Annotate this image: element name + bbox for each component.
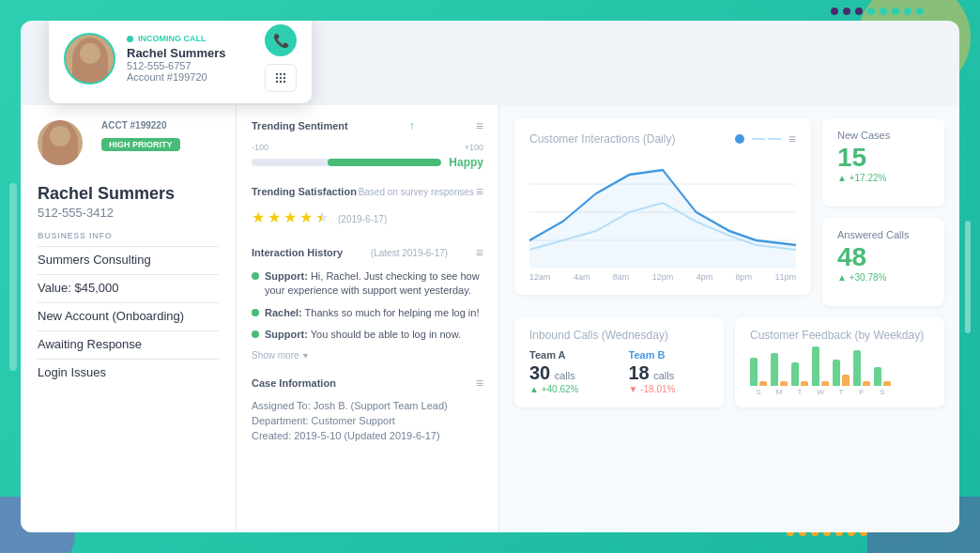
incoming-call-label: INCOMING CALL [127,34,253,43]
sentiment-bar-section: -100 +100 Happy [252,143,483,169]
svg-point-7 [280,81,282,83]
bar-orange-s1 [759,381,767,386]
svg-point-5 [283,77,285,79]
chart-menu[interactable]: ≡ [789,131,796,146]
bottom-row: Inbound Calls (Wednesday) Team A 30 call… [514,317,944,407]
team-b-col: Team B 18 calls ▼ -18.01% [629,349,710,394]
sentiment-bar [252,159,441,166]
team-b-calls-row: 18 calls [629,362,710,384]
svg-point-0 [276,73,278,75]
bar-orange-t1 [801,381,808,386]
sentiment-value: Happy [449,156,483,169]
case-section: Case Information ≡ Assigned To: Josh B. … [252,376,483,441]
legend-dash-2 [768,138,781,140]
chevron-down-icon: ▾ [303,350,308,361]
bar-group-s2 [874,367,891,386]
chart-header: Customer Interactions (Daily) ≡ [529,131,796,146]
divider-5 [38,359,219,360]
history-dot-3 [252,330,259,338]
svg-point-4 [280,77,282,79]
star-2: ★ [268,208,281,226]
team-a-calls-row: 30 calls [529,362,610,384]
decorative-dots-top [831,8,924,15]
feedback-bar-chart: S M [750,349,929,396]
bar-col-m: M [771,353,788,396]
bar-orange-t2 [842,375,850,386]
sentiment-section: Trending Sentiment ↑ ≡ -100 +100 Happy [252,118,483,169]
bar-label-s2: S [880,388,884,396]
label-11pm: 11pm [774,272,796,282]
bar-col-w: W [812,346,829,396]
bar-group-m [771,353,788,386]
bar-label-t1: T [798,388,803,396]
answered-calls-value: 48 [837,244,929,270]
new-cases-title: New Cases [837,130,929,141]
team-a-change: ▲ +40.62% [529,384,610,394]
label-4am: 4am [574,272,590,282]
answer-call-button[interactable]: 📞 [265,24,297,56]
history-item-1: Support: Hi, Rachel. Just checking to se… [252,269,483,299]
feedback-card: Customer Feedback (by Weekday) S [735,317,944,407]
new-cases-arrow: ▲ [837,173,847,183]
line-chart [529,156,796,269]
satisfaction-subtitle: Based on survey responses [359,187,474,197]
case-header: Case Information ≡ [252,376,483,391]
main-container: INCOMING CALL Rachel Summers 512-555-675… [21,21,959,532]
label-4pm: 4pm [697,272,713,282]
legend-dash-1 [752,138,765,140]
history-menu[interactable]: ≡ [476,245,483,260]
customer-issue: Login Issues [38,365,219,379]
teams-row: Team A 30 calls ▲ +40.62% Team B [529,349,709,394]
sentiment-menu[interactable]: ≡ [476,118,483,133]
caller-avatar [64,33,115,84]
history-title: Interaction History [252,247,343,258]
divider-2 [38,274,219,275]
account-info: ACCT #199220 HIGH PRIORITY [101,120,219,151]
bar-green-s2 [874,367,881,386]
call-indicator-dot [127,36,133,42]
satisfaction-menu[interactable]: ≡ [476,184,483,199]
incoming-call-card: INCOMING CALL Rachel Summers 512-555-675… [49,21,312,103]
case-department: Department: Customer Support [252,415,483,426]
account-type: New Account (Onboarding) [38,309,219,323]
interactions-chart-card: Customer Interactions (Daily) ≡ [514,118,811,295]
caller-phone: 512-555-6757 [127,60,253,71]
case-menu[interactable]: ≡ [476,376,483,391]
sentiment-bar-row: Happy [252,156,483,169]
account-number: ACCT #199220 [101,120,219,131]
sentiment-header: Trending Sentiment ↑ ≡ [252,118,483,133]
star-3: ★ [283,208,297,226]
decorative-bar-right [965,221,971,333]
history-item-2: Rachel: Thanks so much for helping me lo… [252,306,483,320]
bar-col-t1: T [791,362,808,396]
team-b-label: Team B [629,349,710,361]
star-4: ★ [299,208,313,226]
call-actions: 📞 [265,24,297,92]
answered-calls-arrow: ▲ [837,272,847,283]
company-name: Summers Consulting [38,253,219,267]
chart-title: Customer Interactions (Daily) [529,132,675,146]
bar-orange-m [780,381,788,386]
team-b-calls: 18 [629,362,650,383]
rating-stars: ★ ★ ★ ★ ★ [252,208,329,226]
business-info-label: BUSINESS INFO [38,231,219,240]
bar-col-s1: S [750,358,767,396]
team-a-unit: calls [555,370,575,381]
history-text-3: Support: You should be able to log in no… [265,328,461,342]
bar-group-s1 [750,358,767,386]
priority-badge: HIGH PRIORITY [101,138,180,151]
satisfaction-header: Trending Satisfaction Based on survey re… [252,184,483,199]
bar-green-s1 [750,358,758,386]
bar-orange-s2 [883,381,891,386]
keypad-button[interactable] [265,64,297,92]
customer-header: ACCT #199220 HIGH PRIORITY [38,120,219,173]
show-more-button[interactable]: Show more ▾ [252,350,483,361]
svg-point-2 [283,73,285,75]
answered-calls-card: Answered Calls 48 ▲ +30.78% [822,218,944,306]
history-section: Interaction History (Latest 2019-6-17) ≡… [252,245,483,361]
history-item-3: Support: You should be able to log in no… [252,328,483,342]
team-b-change: ▼ -18.01% [629,384,710,394]
star-5: ★ [315,208,329,226]
bar-label-f: F [860,388,865,396]
svg-point-6 [276,81,278,83]
